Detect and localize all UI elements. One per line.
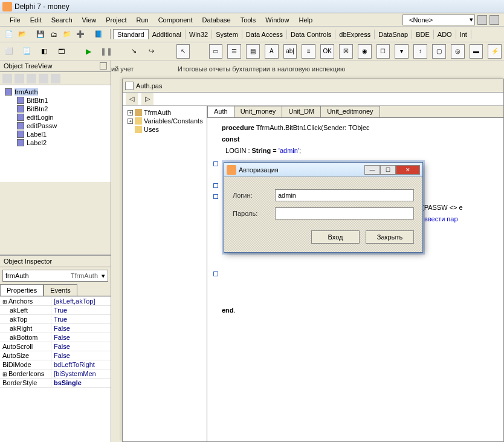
prop-name[interactable]: akTop <box>0 315 51 323</box>
close-button[interactable]: ✕ <box>396 165 420 175</box>
prop-name[interactable]: AutoScroll <box>0 342 51 351</box>
prop-value[interactable]: False <box>51 333 111 342</box>
prop-name[interactable]: akRight <box>0 324 51 333</box>
comp-radio[interactable]: ◉ <box>358 44 372 59</box>
palette-tab-standard[interactable]: Standard <box>113 29 149 39</box>
expand-icon[interactable]: + <box>128 110 133 115</box>
login-input[interactable] <box>275 189 414 201</box>
comp-memo[interactable]: ≡ <box>302 44 315 59</box>
object-treeview[interactable]: frmAuth BitBtn1 BitBtn2 editLogin editPa… <box>0 85 111 182</box>
comp-mainmenu[interactable]: ☰ <box>227 44 241 59</box>
minimize-button[interactable]: — <box>364 165 380 175</box>
menu-component[interactable]: Component <box>153 15 198 25</box>
arrow-tool[interactable]: ↖ <box>176 44 190 59</box>
comp-checkbox[interactable]: ☒ <box>339 44 353 59</box>
new-form-button[interactable]: 🗔 <box>56 45 67 57</box>
run-button[interactable]: ▶ <box>83 45 94 57</box>
unit-tab[interactable]: Auth <box>207 106 234 117</box>
nav-fwd-button[interactable]: ▷ <box>141 93 153 105</box>
gutter-marker[interactable] <box>213 161 218 166</box>
palette-tab-dataaccess[interactable]: Data Access <box>242 30 287 39</box>
toggle-button[interactable]: ◧ <box>38 45 50 57</box>
saveall-button[interactable]: 🗂 <box>48 28 60 41</box>
prop-name[interactable]: Anchors <box>0 297 51 305</box>
palette-tab-system[interactable]: System <box>212 30 242 39</box>
prop-value[interactable]: bdLeftToRight <box>51 360 111 369</box>
prop-name[interactable]: akLeft <box>0 306 51 314</box>
tree-btn-5[interactable] <box>51 74 60 83</box>
comp-edit[interactable]: ab| <box>283 44 297 59</box>
object-selector[interactable]: frmAuth TfrmAuth ▾ <box>2 270 108 282</box>
comp-label[interactable]: A <box>265 44 279 59</box>
prop-name[interactable]: AutoSize <box>0 351 51 360</box>
tree-item[interactable]: Label2 <box>27 139 47 146</box>
tab-events[interactable]: Events <box>44 284 77 296</box>
tree-root[interactable]: frmAuth <box>15 88 38 96</box>
tree-item[interactable]: editPassw <box>27 122 57 129</box>
prop-name[interactable]: BorderStyle <box>0 379 51 387</box>
open-button[interactable]: 📂 <box>16 28 28 41</box>
tree-btn-4[interactable] <box>39 74 48 83</box>
prop-value[interactable]: False <box>51 324 111 333</box>
enter-button[interactable]: Вход <box>311 230 360 244</box>
comp-combo[interactable]: ▾ <box>395 44 409 59</box>
prop-name[interactable]: akBottom <box>0 333 51 342</box>
prop-value[interactable]: False <box>51 342 111 351</box>
expand-icon[interactable]: + <box>128 119 133 124</box>
comp-popup[interactable]: ▤ <box>246 44 260 59</box>
comp-button[interactable]: OK <box>320 44 334 59</box>
form-button[interactable]: ⬜ <box>3 45 15 57</box>
comp-listbox[interactable]: ☐ <box>376 44 390 59</box>
unit-tab[interactable]: Unit_DM <box>282 106 321 117</box>
prop-name[interactable]: BiDiMode <box>0 360 51 369</box>
toolbar-icon-1[interactable] <box>477 15 487 25</box>
add-button[interactable]: ➕ <box>74 28 86 41</box>
tab-properties[interactable]: Properties <box>0 284 44 296</box>
comp-groupbox[interactable]: ▢ <box>432 44 446 59</box>
save-button[interactable]: 💾 <box>34 28 47 41</box>
tree-item[interactable]: editLogin <box>27 114 54 121</box>
trace-button[interactable]: ↘ <box>128 45 140 57</box>
unit-tab[interactable]: Unit_editmoney <box>320 106 380 117</box>
toolbar-icon-2[interactable] <box>489 15 499 25</box>
nav-back-button[interactable]: ◁ <box>126 93 138 105</box>
tree-item[interactable]: BitBtn1 <box>27 97 48 104</box>
prop-value[interactable]: True <box>51 306 111 314</box>
comp-panel[interactable]: ▬ <box>470 44 483 59</box>
prop-value[interactable]: [akLeft,akTop] <box>51 297 111 305</box>
menu-tools[interactable]: Tools <box>236 15 261 25</box>
tree-item[interactable]: Label1 <box>27 131 47 138</box>
property-grid[interactable]: Anchors[akLeft,akTop] akLeftTrue akTopTr… <box>0 296 111 442</box>
palette-tab-win32[interactable]: Win32 <box>186 30 212 39</box>
step-button[interactable]: ↪ <box>146 45 157 57</box>
menu-file[interactable]: File <box>5 15 25 25</box>
palette-tab-bde[interactable]: BDE <box>412 30 434 39</box>
palette-tab-dbexpress[interactable]: dbExpress <box>335 30 375 39</box>
menu-run[interactable]: Run <box>131 15 153 25</box>
palette-tab-datacontrols[interactable]: Data Controls <box>287 30 335 39</box>
menu-edit[interactable]: Edit <box>25 15 47 25</box>
comp-scrollbar[interactable]: ↕ <box>413 44 427 59</box>
gutter-marker[interactable] <box>213 271 218 276</box>
prop-value[interactable]: bsSingle <box>51 379 111 387</box>
tree-btn-2[interactable] <box>15 74 24 83</box>
code-structure-tree[interactable]: +TfrmAuth +Variables/Constants +Uses <box>123 106 207 441</box>
comp-actionlist[interactable]: ⚡ <box>488 44 502 59</box>
gutter-marker[interactable] <box>213 194 218 199</box>
menu-window[interactable]: Window <box>260 15 294 25</box>
tree-item[interactable]: BitBtn2 <box>27 105 48 112</box>
menu-database[interactable]: Database <box>198 15 236 25</box>
palette-tab-datasnap[interactable]: DataSnap <box>375 30 412 39</box>
dialog-titlebar[interactable]: Авторизация — ☐ ✕ <box>224 163 422 177</box>
unit-button[interactable]: 📃 <box>21 45 32 57</box>
palette-tab-additional[interactable]: Additional <box>149 30 186 39</box>
prop-value[interactable]: False <box>51 351 111 360</box>
close-dialog-button[interactable]: Закрыть <box>366 230 414 244</box>
prop-value[interactable]: True <box>51 315 111 323</box>
menu-project[interactable]: Project <box>101 15 131 25</box>
comp-radiogroup[interactable]: ◎ <box>451 44 465 59</box>
tree-btn-3[interactable] <box>27 74 36 83</box>
project-combo[interactable]: <None> <box>402 15 475 25</box>
menu-view[interactable]: View <box>77 15 102 25</box>
prop-name[interactable]: BorderIcons <box>0 369 51 378</box>
